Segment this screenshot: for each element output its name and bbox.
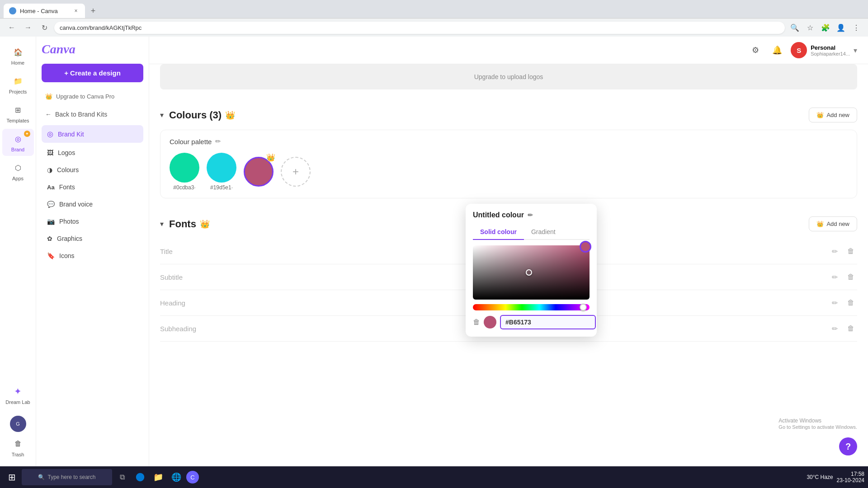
sidebar-item-brand[interactable]: ◎ Brand ✦	[2, 129, 34, 156]
colours-add-new-button[interactable]: 👑 Add new	[809, 108, 857, 122]
panel-item-colours[interactable]: ◑ Colours	[42, 162, 143, 178]
hue-slider[interactable]	[473, 304, 590, 310]
create-design-button[interactable]: + Create a design	[42, 64, 143, 82]
color-circle-1[interactable]	[170, 153, 199, 183]
sidebar-label-apps: Apps	[12, 176, 24, 181]
upgrade-button[interactable]: 👑 Upgrade to Canva Pro	[42, 89, 143, 103]
sidebar-item-projects[interactable]: 📁 Projects	[2, 71, 34, 98]
sidebar-item-dreamlab[interactable]: ✦ Dream Lab	[2, 381, 34, 408]
search-button[interactable]: 🔍 Type here to search	[22, 469, 112, 485]
panel-item-photos[interactable]: 📷 Photos	[42, 213, 143, 230]
color-hex-input[interactable]	[500, 315, 596, 329]
color-circle-2[interactable]	[207, 153, 236, 183]
browser-tab[interactable]: Home - Canva ×	[4, 4, 85, 18]
notifications-button[interactable]: 🔔	[769, 42, 785, 58]
fonts-title: Fonts	[169, 218, 196, 230]
fonts-icon: Aa	[47, 184, 55, 191]
user-profile-area[interactable]: S Personal Sophiaparker14... ▾	[791, 42, 857, 58]
fonts-add-new-button[interactable]: 👑 Add new	[809, 216, 857, 231]
hue-thumb[interactable]	[580, 304, 587, 311]
canva-logo: Canva	[42, 42, 75, 56]
icons-label: Icons	[59, 252, 74, 259]
palette-header: Colour palette ✏	[170, 137, 848, 145]
edit-font-subheading-button[interactable]: ✏	[828, 322, 841, 335]
delete-font-heading-button[interactable]: 🗑	[844, 296, 857, 309]
file-explorer-icon[interactable]: 📁	[150, 469, 166, 485]
taskbar-clock: 17:58 23-10-2024	[837, 471, 864, 483]
sidebar-item-home[interactable]: 🏠 Home	[2, 42, 34, 69]
task-view-button[interactable]: ⧉	[114, 469, 130, 485]
gradient-tab[interactable]: Gradient	[524, 225, 563, 240]
tab-close-button[interactable]: ×	[72, 7, 80, 14]
sidebar-item-templates[interactable]: ⊞ Templates	[2, 100, 34, 127]
solid-colour-tab[interactable]: Solid colour	[473, 225, 524, 240]
sidebar-item-apps[interactable]: ⬡ Apps	[2, 158, 34, 185]
back-arrow-icon: ←	[45, 111, 52, 118]
edge-icon[interactable]	[132, 469, 148, 485]
gradient-handle[interactable]	[526, 269, 532, 276]
colours-collapse-icon[interactable]: ▾	[160, 111, 164, 119]
icons-icon: 🔖	[47, 252, 55, 259]
back-button[interactable]: ←	[5, 21, 18, 34]
delete-font-subtitle-button[interactable]: 🗑	[844, 271, 857, 283]
forward-button[interactable]: →	[22, 21, 34, 34]
panel-item-graphics[interactable]: ✿ Graphics	[42, 230, 143, 247]
profile-circle[interactable]: G	[10, 416, 26, 432]
dreamlab-icon: ✦	[12, 385, 24, 398]
graphics-icon: ✿	[47, 235, 52, 242]
edit-font-subtitle-button[interactable]: ✏	[828, 271, 841, 283]
color-hex-2: #19d5e1·	[210, 184, 233, 191]
sidebar-item-trash[interactable]: 🗑 Trash	[2, 434, 34, 461]
settings-button[interactable]: ⚙	[747, 42, 764, 58]
edit-palette-icon[interactable]: ✏	[215, 137, 221, 145]
delete-font-subheading-button[interactable]: 🗑	[844, 322, 857, 335]
edit-title-icon[interactable]: ✏	[528, 211, 533, 219]
start-button[interactable]: ⊞	[4, 469, 20, 485]
edit-font-title-button[interactable]: ✏	[828, 245, 841, 258]
chrome-icon[interactable]: 🌐	[168, 469, 184, 485]
back-to-brand-kits-link[interactable]: ← Back to Brand Kits	[42, 107, 143, 122]
zoom-button[interactable]: 🔍	[788, 21, 801, 34]
font-label-subheading: Subheading	[160, 325, 196, 333]
color-input-row: 🗑	[473, 315, 590, 329]
panel-item-icons[interactable]: 🔖 Icons	[42, 248, 143, 264]
brand-kit-item[interactable]: ◎ Brand Kit	[42, 125, 143, 143]
panel-item-logos[interactable]: 🖼 Logos	[42, 145, 143, 161]
font-label-title: Title	[160, 248, 173, 255]
hue-cursor[interactable]	[580, 241, 591, 253]
menu-button[interactable]: ⋮	[850, 21, 863, 34]
popup-title-row: Untitled colour ✏	[473, 211, 590, 219]
add-new-crown-icon: 👑	[816, 112, 824, 118]
color-circle-green[interactable]: #0cdba3·	[170, 153, 199, 191]
canva-taskbar-icon[interactable]: C	[186, 471, 199, 483]
delete-font-title-button[interactable]: 🗑	[844, 245, 857, 258]
bookmark-button[interactable]: ☆	[804, 21, 816, 34]
user-name: Personal	[811, 44, 850, 51]
profile-button[interactable]: 👤	[835, 21, 847, 34]
brand-voice-label: Brand voice	[59, 201, 93, 208]
delete-color-button[interactable]: 🗑	[473, 316, 480, 328]
help-button[interactable]: ?	[839, 437, 857, 455]
new-tab-button[interactable]: +	[87, 5, 99, 17]
tab-favicon	[9, 7, 16, 14]
crown-icon-upgrade: 👑	[45, 93, 52, 100]
palette-section: Colour palette ✏ #0cdba3· #19d5e1·	[160, 130, 857, 198]
font-actions-title: ✏ 🗑	[828, 245, 857, 258]
brand-kit-icon: ◎	[47, 130, 53, 138]
fonts-label: Fonts	[59, 183, 75, 191]
color-gradient-canvas[interactable]	[473, 245, 590, 300]
sidebar-label-projects: Projects	[9, 89, 27, 94]
fonts-collapse-icon[interactable]: ▾	[160, 220, 164, 228]
address-input[interactable]	[54, 22, 785, 34]
panel-item-fonts[interactable]: Aa Fonts	[42, 179, 143, 195]
panel-item-brand-voice[interactable]: 💬 Brand voice	[42, 196, 143, 212]
reload-button[interactable]: ↻	[38, 21, 51, 34]
brand-icon: ◎	[12, 132, 24, 145]
color-circle-cyan[interactable]: #19d5e1·	[207, 153, 236, 191]
extension-button[interactable]: 🧩	[819, 21, 832, 34]
sidebar-label-brand: Brand	[11, 147, 24, 152]
edit-font-heading-button[interactable]: ✏	[828, 296, 841, 309]
color-circle-pink[interactable]: 👑	[244, 157, 274, 187]
add-color-button[interactable]: +	[281, 157, 311, 187]
brand-kit-label: Brand Kit	[58, 131, 84, 138]
